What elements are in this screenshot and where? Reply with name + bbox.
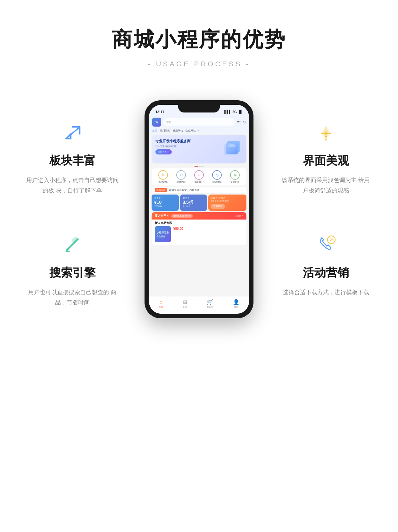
phone-notice: 商城头条 欢迎来到山东文汇商城系统。 › <box>152 187 246 193</box>
feature-desc-bottom-right: 选择合适下载方式，进行模板下载 <box>283 287 369 297</box>
svg-text:24: 24 <box>330 238 334 242</box>
coupon-3[interactable]: 先领券 再购物 领券下单 享更多优惠 立即领取 <box>208 195 246 211</box>
new-user-header: 新人专享礼 超值优惠 限时专享 去逛逛 > <box>152 212 246 220</box>
icon-account[interactable]: ▽ 我的账户 <box>194 170 204 184</box>
svg-line-1 <box>66 134 71 139</box>
phone-nav-icons: ••• ⊙ <box>236 120 246 124</box>
coupon2-sub: 无门槛券 <box>183 205 205 208</box>
phone-column: 13:17 ▌▌▌ 5G ▐▌ W <box>132 94 266 325</box>
phone-notch <box>178 105 220 112</box>
article-icon: ◈ <box>230 170 240 180</box>
points-label: 积分商城 <box>212 180 221 184</box>
coupon3-btn[interactable]: 立即领取 <box>211 204 225 209</box>
site-nav-more[interactable]: / <box>198 129 199 132</box>
account-icon: ▽ <box>194 170 204 180</box>
battery-icon: ▐▌ <box>238 110 243 114</box>
phone-time: 13:17 <box>155 110 164 114</box>
dot-3 <box>202 166 203 167</box>
feature-title-top-right: 界面美观 <box>303 153 349 169</box>
medical-label: 医疗系统 <box>159 180 168 184</box>
product-info: ¥80.00 <box>173 226 183 242</box>
new-user-product[interactable]: 小程序定制 专业服务 ¥80.00 <box>152 226 246 245</box>
product-image: 小程序定制 专业服务 <box>155 226 171 242</box>
tab-profile[interactable]: 👤 我的 <box>233 299 239 309</box>
tab-category-label: 分类 <box>183 306 187 309</box>
product-price: ¥80.00 <box>173 226 183 230</box>
notice-text: 欢迎来到山东文汇商城系统。 <box>169 188 202 192</box>
feature-title-bottom-left: 搜索引擎 <box>49 265 95 281</box>
icon-article[interactable]: ◈ 文章列表 <box>230 170 240 184</box>
feature-desc-bottom-left: 用户也可以直接搜索自己想查的 商品，节省时间 <box>26 287 119 308</box>
cart-icon: 🛒 <box>207 299 213 305</box>
coupon2-title: 商品券 <box>183 196 205 200</box>
account-label: 我的账户 <box>195 180 203 184</box>
coupon3-sub: 领券下单 享更多优惠 <box>211 200 244 203</box>
coupon-2[interactable]: 商品券 8.5折 无门槛券 <box>180 195 207 211</box>
article-label: 文章列表 <box>230 180 239 184</box>
pen-icon <box>60 232 85 257</box>
icon-gov[interactable]: ⚙ 政府网站 <box>176 170 186 184</box>
tab-home-label: 首页 <box>159 305 163 309</box>
phone-mockup: 13:17 ▌▌▌ 5G ▐▌ W <box>145 100 253 318</box>
new-user-go[interactable]: 去逛逛 > <box>235 214 243 218</box>
site-nav-enterprise[interactable]: 企业网站 <box>186 129 196 132</box>
phone-site-nav: 首页 热门采购 视频网站 企业网站 / <box>149 128 249 133</box>
features-grid: 板块丰富 用户进入小程序，点击自己想要访问的板 块，自行了解下单 13:17 ▌… <box>0 94 398 325</box>
site-nav-home[interactable]: 首页 <box>152 129 157 132</box>
search-placeholder: 搜索... <box>166 121 173 124</box>
feature-desc-top-right: 该系统的界面采用浅色调为主 给用户极简舒适的观感 <box>279 175 372 196</box>
feature-desc-top-left: 用户进入小程序，点击自己想要访问的板 块，自行了解下单 <box>26 175 119 196</box>
feature-title-bottom-right: 活动营销 <box>303 265 349 281</box>
banner-btn[interactable]: 立即咨询→ <box>155 149 172 154</box>
notice-arrow: › <box>242 189 243 192</box>
feature-title-top-left: 板块丰富 <box>49 153 95 169</box>
coupon-1[interactable]: 品类券 ¥10 无门槛券 <box>152 195 179 211</box>
page-wrapper: 商城小程序的优势 - USAGE PROCESS - 板块丰富 用户进入小程序，… <box>0 0 398 357</box>
banner-dots <box>149 165 249 168</box>
dot-2 <box>199 166 201 167</box>
tab-cart[interactable]: 🛒 购物车 <box>207 299 213 309</box>
nib-icon <box>313 120 339 145</box>
phone-inner: 13:17 ▌▌▌ 5G ▐▌ W <box>149 105 249 314</box>
subtitle: - USAGE PROCESS - <box>148 60 250 68</box>
phone-search-bar[interactable]: 搜索... <box>163 118 235 126</box>
send-icon <box>60 120 85 145</box>
svg-point-11 <box>325 132 327 135</box>
support-icon: 24 <box>313 232 339 257</box>
coupon3-title: 先领券 再购物 <box>211 196 244 200</box>
points-icon: ◇ <box>212 170 222 180</box>
phone-tabbar: ⌂ 首页 ⊞ 分类 🛒 购物车 <box>149 296 249 314</box>
banner-image <box>221 138 243 160</box>
phone-coupon: 品类券 ¥10 无门槛券 商品券 8.5折 无门槛券 先领券 再购物 <box>152 195 246 211</box>
main-title: 商城小程序的优势 <box>112 26 286 54</box>
profile-icon: 👤 <box>233 299 239 305</box>
signal-bars: ▌▌▌ <box>224 110 231 114</box>
coupon2-amount: 8.5折 <box>183 200 205 205</box>
category-icon: ⊞ <box>183 299 187 305</box>
icon-points[interactable]: ◇ 积分商城 <box>212 170 222 184</box>
dot-active <box>195 166 198 167</box>
medical-icon: ♛ <box>158 170 168 180</box>
phone-logo: W <box>152 118 161 127</box>
home-icon: ⌂ <box>160 299 163 305</box>
phone-icons-row: ♛ 医疗系统 ⚙ 政府网站 ▽ 我的账户 <box>152 168 246 186</box>
site-nav-hot[interactable]: 热门采购 <box>160 129 170 132</box>
tab-category[interactable]: ⊞ 分类 <box>183 299 187 309</box>
coupon1-title: 品类券 <box>154 196 176 200</box>
status-right: ▌▌▌ 5G ▐▌ <box>224 110 243 114</box>
notice-tag: 商城头条 <box>155 188 167 192</box>
icon-medical[interactable]: ♛ 医疗系统 <box>158 170 168 184</box>
tab-home[interactable]: ⌂ 首页 <box>159 299 163 309</box>
nav-scan-icon: ⊙ <box>243 120 246 124</box>
gov-icon: ⚙ <box>176 170 186 180</box>
site-nav-video[interactable]: 视频网站 <box>173 129 183 132</box>
tab-cart-label: 购物车 <box>207 306 213 309</box>
svg-text:小程序定制: 小程序定制 <box>156 231 169 234</box>
coupon1-sub: 无门槛券 <box>154 205 176 208</box>
phone-banner: 专业开发小程序服务商 软件/定制/解决/方/案/ 立即咨询→ <box>152 135 246 163</box>
svg-point-12 <box>325 139 327 141</box>
feature-bottom-left: 搜索引擎 用户也可以直接搜索自己想查的 商品，节省时间 <box>0 212 132 325</box>
new-user-title: 新人专享礼 <box>155 214 169 218</box>
svg-rect-14 <box>71 237 78 243</box>
coupon1-amount: ¥10 <box>154 200 176 205</box>
